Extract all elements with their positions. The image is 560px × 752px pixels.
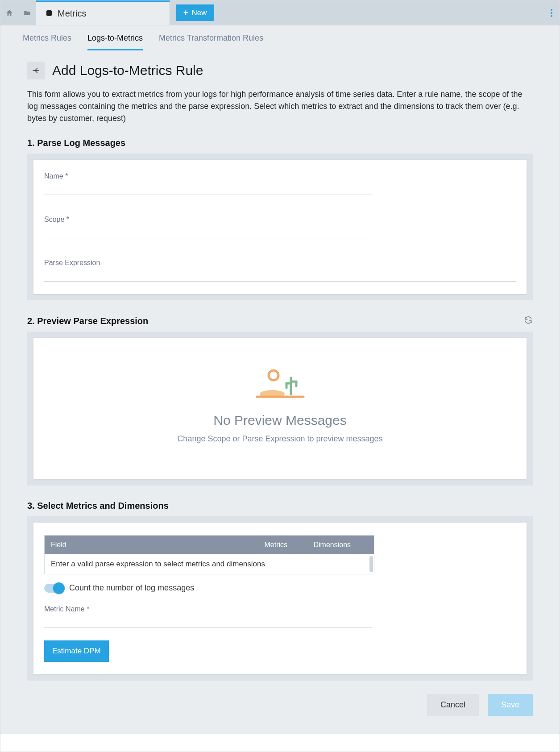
page-title: Add Logs-to-Metrics Rule bbox=[52, 63, 203, 78]
new-button-label: New bbox=[192, 8, 207, 17]
table-scrollbar[interactable] bbox=[369, 556, 373, 572]
cancel-label: Cancel bbox=[440, 700, 465, 709]
cancel-button[interactable]: Cancel bbox=[427, 694, 479, 716]
preview-empty-subtitle: Change Scope or Parse Expression to prev… bbox=[44, 434, 516, 444]
preview-empty-title: No Preview Messages bbox=[44, 413, 516, 428]
metric-name-label: Metric Name * bbox=[44, 605, 372, 613]
table-header-field: Field bbox=[45, 536, 258, 555]
arrow-left-icon bbox=[32, 66, 41, 75]
save-label: Save bbox=[501, 700, 519, 709]
name-label: Name * bbox=[44, 172, 516, 180]
svg-point-1 bbox=[269, 370, 278, 380]
subtab-metrics-rules[interactable]: Metrics Rules bbox=[23, 33, 71, 50]
section2-title: 2. Preview Parse Expression bbox=[27, 316, 148, 326]
section3-panel-wrap: Field Metrics Dimensions Enter a valid p… bbox=[27, 516, 533, 681]
parse-expression-input[interactable] bbox=[44, 270, 516, 282]
estimate-dpm-button[interactable]: Estimate DPM bbox=[44, 640, 109, 662]
table-header-dimensions: Dimensions bbox=[307, 536, 374, 555]
table-empty-message: Enter a valid parse expression to select… bbox=[51, 560, 265, 568]
database-icon bbox=[45, 9, 53, 17]
empty-state-illustration bbox=[249, 365, 311, 400]
home-icon[interactable] bbox=[0, 0, 18, 25]
top-tab-bar: Metrics + New bbox=[0, 0, 560, 25]
refresh-icon[interactable] bbox=[524, 316, 533, 326]
footer-actions: Cancel Save bbox=[27, 690, 533, 716]
table-row: Enter a valid parse expression to select… bbox=[45, 554, 374, 574]
sub-tabs: Metrics Rules Logs-to-Metrics Metrics Tr… bbox=[0, 25, 560, 51]
count-messages-label: Count the number of log messages bbox=[69, 583, 194, 593]
back-button[interactable] bbox=[27, 62, 45, 79]
metric-name-input[interactable] bbox=[44, 616, 372, 628]
section2-panel-wrap: No Preview Messages Change Scope or Pars… bbox=[27, 332, 533, 486]
count-messages-toggle[interactable] bbox=[44, 584, 64, 593]
save-button[interactable]: Save bbox=[488, 694, 533, 716]
page-description: This form allows you to extract metrics … bbox=[27, 88, 533, 125]
new-button[interactable]: + New bbox=[176, 4, 214, 21]
plus-icon: + bbox=[183, 8, 188, 17]
subtab-logs-to-metrics[interactable]: Logs-to-Metrics bbox=[87, 33, 143, 50]
section1-panel-wrap: Name * Scope * Parse Expression bbox=[27, 154, 533, 300]
metrics-dimensions-table: Field Metrics Dimensions Enter a valid p… bbox=[44, 535, 374, 574]
tab-label: Metrics bbox=[58, 8, 86, 19]
tab-metrics[interactable]: Metrics bbox=[36, 0, 170, 25]
table-header-metrics: Metrics bbox=[258, 536, 307, 555]
estimate-dpm-label: Estimate DPM bbox=[52, 647, 101, 655]
name-input[interactable] bbox=[44, 183, 372, 195]
scope-input[interactable] bbox=[44, 226, 372, 238]
scope-label: Scope * bbox=[44, 216, 516, 224]
more-menu-icon[interactable] bbox=[543, 0, 560, 25]
subtab-transformation-rules[interactable]: Metrics Transformation Rules bbox=[159, 33, 263, 50]
section3-title: 3. Select Metrics and Dimensions bbox=[27, 501, 533, 511]
section1-title: 1. Parse Log Messages bbox=[27, 138, 533, 148]
folder-icon[interactable] bbox=[18, 0, 36, 25]
parse-expression-label: Parse Expression bbox=[44, 259, 516, 267]
